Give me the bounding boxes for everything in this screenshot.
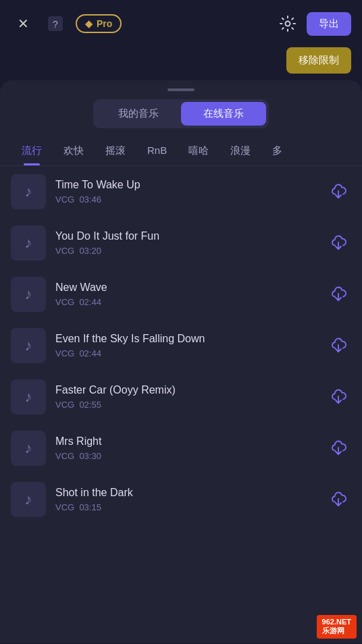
pro-badge[interactable]: ◆ Pro: [76, 14, 122, 33]
close-button[interactable]: ✕: [11, 11, 35, 36]
download-cloud-icon: [328, 233, 348, 253]
download-cloud-icon: [328, 438, 348, 458]
download-button[interactable]: [326, 487, 351, 512]
genre-hiphop[interactable]: 嘻哈: [178, 139, 219, 165]
tab-online-music[interactable]: 在线音乐: [181, 102, 266, 126]
export-button[interactable]: 导出: [307, 12, 351, 36]
song-meta: VCG 03:20: [55, 246, 316, 256]
music-note-icon: ♪: [25, 491, 32, 508]
song-item: ♪ Faster Car (Ooyy Remix) VCG 02:55: [0, 371, 362, 423]
song-item: ♪ Time To Wake Up VCG 03:46: [0, 166, 362, 217]
song-meta: VCG 03:46: [55, 194, 316, 205]
download-cloud-icon: [328, 387, 348, 407]
genre-more[interactable]: 多: [261, 139, 293, 165]
song-thumbnail: ♪: [11, 277, 46, 312]
song-title: Time To Wake Up: [55, 179, 316, 191]
music-note-icon: ♪: [25, 183, 32, 200]
drag-handle: [0, 80, 362, 97]
song-thumbnail: ♪: [11, 482, 46, 517]
song-list: ♪ Time To Wake Up VCG 03:46 ♪ You Do It …: [0, 166, 362, 643]
song-thumbnail: ♪: [11, 431, 46, 466]
music-note-icon: ♪: [25, 234, 32, 252]
download-button[interactable]: [326, 179, 351, 205]
top-bar: ✕ ? ◆ Pro 导出: [0, 0, 362, 47]
tab-my-music[interactable]: 我的音乐: [96, 102, 181, 126]
drag-handle-bar: [167, 88, 195, 91]
song-title: Mrs Right: [55, 435, 316, 448]
song-thumbnail: ♪: [11, 225, 46, 261]
song-meta: VCG 02:55: [55, 400, 316, 410]
genre-rock[interactable]: 摇滚: [95, 139, 136, 165]
song-item: ♪ Mrs Right VCG 03:30: [0, 423, 362, 474]
download-button[interactable]: [326, 333, 351, 358]
song-title: Faster Car (Ooyy Remix): [55, 384, 316, 396]
song-info: You Do It Just for Fun VCG 03:20: [55, 230, 316, 256]
song-meta: VCG 02:44: [55, 297, 316, 307]
music-note-icon: ♪: [25, 388, 32, 406]
song-info: Time To Wake Up VCG 03:46: [55, 179, 316, 205]
download-button[interactable]: [326, 384, 351, 410]
song-title: You Do It Just for Fun: [55, 230, 316, 242]
song-meta: VCG 03:30: [55, 451, 316, 461]
help-icon: ?: [47, 15, 64, 32]
song-info: Even If the Sky Is Falling Down VCG 02:4…: [55, 333, 316, 358]
song-thumbnail: ♪: [11, 379, 46, 414]
song-thumbnail: ♪: [11, 328, 46, 363]
song-info: Shot in the Dark VCG 03:15: [55, 487, 316, 512]
settings-button[interactable]: [276, 11, 300, 36]
download-button[interactable]: [326, 435, 351, 461]
remove-limit-button[interactable]: 移除限制: [286, 47, 351, 74]
download-cloud-icon: [328, 489, 348, 510]
song-title: Shot in the Dark: [55, 487, 316, 499]
song-meta: VCG 02:44: [55, 348, 316, 358]
song-info: Mrs Right VCG 03:30: [55, 435, 316, 461]
song-item: ♪ You Do It Just for Fun VCG 03:20: [0, 217, 362, 269]
song-title: New Wave: [55, 281, 316, 294]
svg-text:?: ?: [53, 19, 58, 30]
watermark: 962.NET乐游网: [317, 615, 357, 639]
music-note-icon: ♪: [25, 337, 32, 354]
top-bar-right: 导出: [276, 11, 351, 36]
download-cloud-icon: [328, 284, 348, 304]
music-note-icon: ♪: [25, 286, 32, 303]
top-bar-left: ✕ ? ◆ Pro: [11, 11, 267, 36]
song-title: Even If the Sky Is Falling Down: [55, 333, 316, 345]
close-icon: ✕: [18, 16, 29, 32]
genre-happy[interactable]: 欢快: [53, 139, 95, 165]
download-button[interactable]: [326, 230, 351, 256]
pro-label: Pro: [97, 18, 112, 29]
song-item: ♪ Even If the Sky Is Falling Down VCG 02…: [0, 320, 362, 371]
song-meta: VCG 03:15: [55, 502, 316, 512]
remove-limit-bar: 移除限制: [0, 47, 362, 80]
song-info: New Wave VCG 02:44: [55, 281, 316, 307]
help-button[interactable]: ?: [43, 11, 68, 36]
genre-tabs: 流行 欢快 摇滚 RnB 嘻哈 浪漫 多: [0, 139, 362, 166]
song-thumbnail: ♪: [11, 174, 46, 209]
diamond-icon: ◆: [85, 18, 93, 29]
gear-icon: [279, 15, 296, 32]
download-cloud-icon: [328, 182, 348, 202]
song-info: Faster Car (Ooyy Remix) VCG 02:55: [55, 384, 316, 410]
genre-popular[interactable]: 流行: [11, 139, 53, 165]
song-item: ♪ Shot in the Dark VCG 03:15: [0, 474, 362, 525]
genre-rnb[interactable]: RnB: [136, 139, 178, 165]
song-item: ♪ New Wave VCG 02:44: [0, 269, 362, 320]
music-note-icon: ♪: [25, 439, 32, 457]
genre-romantic[interactable]: 浪漫: [219, 139, 261, 165]
download-cloud-icon: [328, 336, 348, 356]
svg-point-2: [286, 22, 290, 26]
main-panel: 我的音乐 在线音乐 流行 欢快 摇滚 RnB 嘻哈 浪漫 多 ♪ Time To…: [0, 80, 362, 643]
tab-switcher: 我的音乐 在线音乐: [93, 99, 269, 128]
download-button[interactable]: [326, 281, 351, 307]
